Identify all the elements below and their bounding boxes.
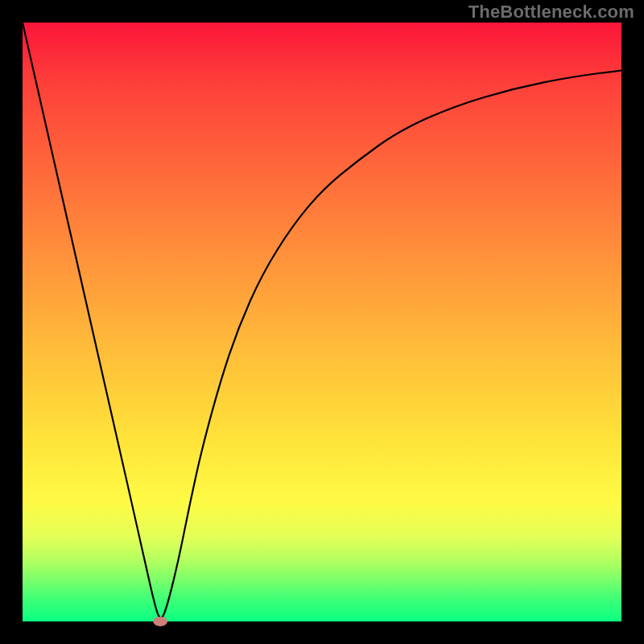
watermark-text: TheBottleneck.com — [469, 2, 634, 23]
bottleneck-curve — [23, 23, 621, 618]
plot-area — [23, 23, 621, 621]
optimum-marker — [153, 617, 167, 626]
chart-outer: TheBottleneck.com — [0, 0, 644, 644]
chart-svg — [23, 23, 621, 621]
